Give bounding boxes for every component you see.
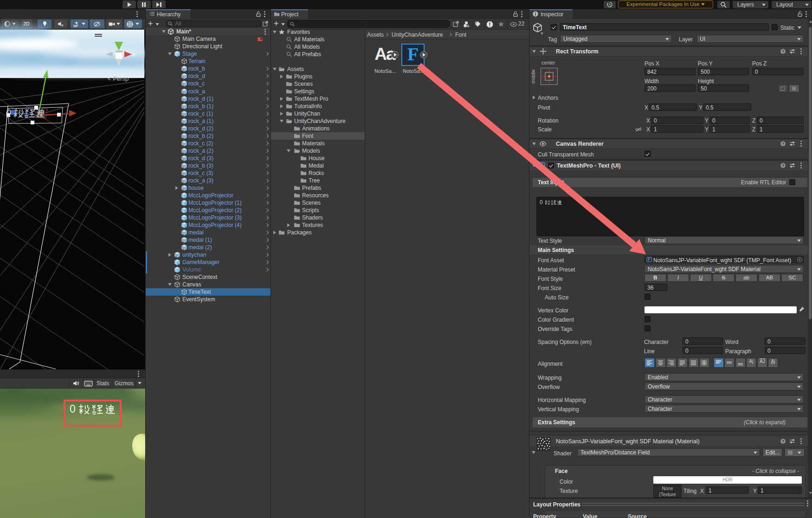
svg-text:x: x <box>133 52 135 57</box>
svg-text:< Persp: < Persp <box>108 75 129 82</box>
